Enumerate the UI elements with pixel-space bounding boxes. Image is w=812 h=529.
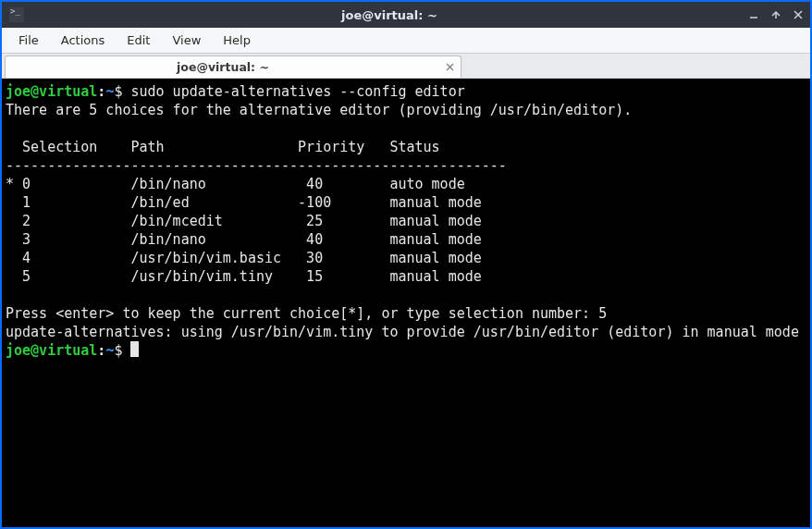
output-prompt-line: Press <enter> to keep the current choice… [6, 305, 607, 322]
table-row: * 0 /bin/nano 40 auto mode [6, 176, 465, 192]
terminal-body[interactable]: joe@virtual:~$ sudo update-alternatives … [2, 79, 810, 527]
prompt-user-host: joe@virtual [6, 342, 97, 359]
tab-label: joe@virtual: ~ [6, 60, 440, 74]
prompt-sigil: $ [114, 342, 122, 359]
output-result: update-alternatives: using /usr/bin/vim.… [6, 324, 799, 340]
minimize-button[interactable] [747, 8, 760, 21]
prompt-user-host: joe@virtual [6, 83, 97, 100]
window-title: joe@virtual: ~ [31, 8, 747, 22]
titlebar[interactable]: >_ joe@virtual: ~ [2, 2, 810, 28]
tabbar: joe@virtual: ~ [2, 54, 810, 79]
maximize-button[interactable] [769, 8, 782, 21]
table-row: 5 /usr/bin/vim.tiny 15 manual mode [6, 268, 482, 285]
menu-help[interactable]: Help [212, 30, 262, 51]
table-row: 2 /bin/mcedit 25 manual mode [6, 213, 482, 229]
app-icon: >_ [9, 7, 24, 22]
table-row: 1 /bin/ed -100 manual mode [6, 194, 482, 211]
table-row: 3 /bin/nano 40 manual mode [6, 231, 482, 248]
window-controls [747, 8, 805, 21]
command-text: sudo update-alternatives --config editor [130, 83, 464, 100]
output-separator: ----------------------------------------… [6, 157, 507, 174]
menu-edit[interactable]: Edit [116, 30, 161, 51]
terminal-window: >_ joe@virtual: ~ File Actions Edit View… [0, 0, 812, 529]
tab-terminal-1[interactable]: joe@virtual: ~ [5, 55, 461, 78]
menubar: File Actions Edit View Help [2, 28, 810, 54]
terminal-cursor [130, 341, 139, 357]
output-header: Selection Path Priority Status [6, 139, 440, 155]
prompt-sigil: $ [114, 83, 122, 100]
close-button[interactable] [792, 8, 805, 21]
table-row: 4 /usr/bin/vim.basic 30 manual mode [6, 250, 482, 266]
tab-close-button[interactable] [440, 58, 459, 77]
menu-file[interactable]: File [7, 30, 50, 51]
output-intro: There are 5 choices for the alternative … [6, 102, 632, 118]
menu-actions[interactable]: Actions [50, 30, 117, 51]
menu-view[interactable]: View [161, 30, 212, 51]
